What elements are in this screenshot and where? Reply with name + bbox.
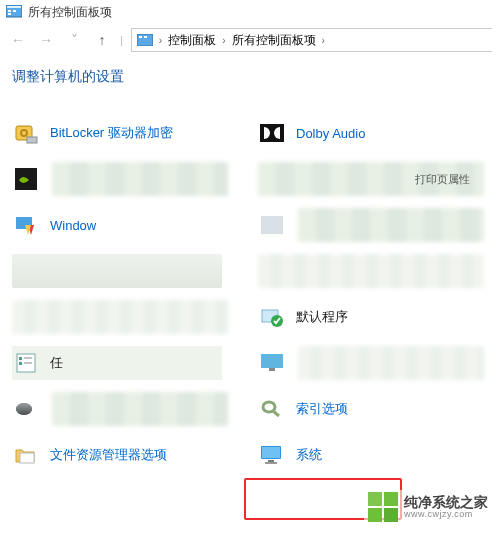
- up-button[interactable]: ↑: [92, 32, 112, 48]
- indexing-icon: [258, 395, 286, 423]
- item-tasks[interactable]: 任: [12, 346, 222, 380]
- item-indexing[interactable]: 索引选项: [258, 392, 478, 426]
- item-blurred[interactable]: [12, 300, 222, 334]
- nav-toolbar: ← → ˅ ↑ | › 控制面板 › 所有控制面板项 ›: [0, 24, 500, 56]
- chevron-right-icon: ›: [322, 35, 325, 46]
- display-icon: [258, 349, 286, 377]
- back-button[interactable]: ←: [8, 32, 28, 48]
- item-bitlocker[interactable]: BitLocker 驱动器加密: [12, 116, 222, 150]
- item-blurred[interactable]: [258, 346, 478, 380]
- bitlocker-icon: [12, 119, 40, 147]
- svg-rect-23: [261, 354, 283, 368]
- item-label: Window: [50, 218, 96, 233]
- address-bar[interactable]: › 控制面板 › 所有控制面板项 ›: [131, 28, 492, 52]
- item-blurred[interactable]: [12, 254, 222, 288]
- item-label: 默认程序: [296, 308, 348, 326]
- svg-rect-27: [262, 447, 280, 458]
- item-label: Dolby Audio: [296, 126, 365, 141]
- svg-rect-15: [19, 362, 22, 365]
- watermark-logo-icon: [368, 492, 398, 522]
- nvidia-icon: [12, 165, 40, 193]
- item-system[interactable]: 系统: [258, 438, 478, 472]
- item-blurred[interactable]: [258, 208, 478, 242]
- breadcrumb-current[interactable]: 所有控制面板项: [232, 32, 316, 49]
- item-blurred[interactable]: 打印页属性: [258, 162, 478, 196]
- svg-point-25: [263, 402, 275, 412]
- generic-icon: [258, 211, 286, 239]
- item-default-programs[interactable]: 默认程序: [258, 300, 478, 334]
- svg-rect-2: [8, 10, 11, 12]
- svg-point-17: [16, 403, 32, 415]
- page-title: 调整计算机的设置: [12, 68, 488, 86]
- items-grid: BitLocker 驱动器加密 Window 任: [0, 86, 500, 472]
- svg-rect-1: [7, 6, 21, 8]
- default-programs-icon: [258, 303, 286, 331]
- watermark-url: www.cwjzy.com: [404, 510, 488, 519]
- svg-rect-24: [269, 368, 275, 371]
- windows-security-icon: [12, 211, 40, 239]
- item-label: 任: [50, 354, 63, 372]
- item-label: 索引选项: [296, 400, 348, 418]
- mouse-icon: [12, 395, 40, 423]
- recent-dropdown[interactable]: ˅: [64, 32, 84, 48]
- title-bar: 所有控制面板项: [0, 0, 500, 24]
- watermark: 纯净系统之家 www.cwjzy.com: [364, 490, 492, 524]
- svg-rect-18: [20, 453, 34, 463]
- chevron-right-icon: ›: [159, 35, 162, 46]
- svg-rect-29: [265, 462, 277, 464]
- svg-rect-6: [139, 36, 142, 38]
- window-title: 所有控制面板项: [28, 4, 112, 21]
- svg-rect-4: [8, 13, 11, 15]
- item-blurred[interactable]: [258, 254, 478, 288]
- item-dolby[interactable]: Dolby Audio: [258, 116, 478, 150]
- svg-rect-20: [261, 216, 283, 234]
- item-label: 系统: [296, 446, 322, 464]
- svg-rect-10: [27, 137, 37, 143]
- svg-rect-3: [13, 10, 16, 12]
- svg-rect-14: [19, 357, 22, 360]
- item-mouse[interactable]: [12, 392, 222, 426]
- page-header: 调整计算机的设置: [0, 56, 500, 86]
- item-label: 文件资源管理器选项: [50, 446, 167, 464]
- svg-rect-19: [260, 124, 284, 142]
- svg-rect-7: [144, 36, 147, 38]
- control-panel-icon: [6, 4, 22, 20]
- item-blurred[interactable]: [12, 162, 222, 196]
- control-panel-icon: [137, 33, 153, 47]
- taskbar-icon: [12, 349, 40, 377]
- dolby-icon: [258, 119, 286, 147]
- item-label: BitLocker 驱动器加密: [50, 124, 173, 142]
- system-icon: [258, 441, 286, 469]
- item-windows[interactable]: Window: [12, 208, 222, 242]
- forward-button[interactable]: →: [36, 32, 56, 48]
- svg-rect-28: [268, 460, 274, 462]
- svg-rect-5: [137, 34, 153, 46]
- chevron-right-icon: ›: [222, 35, 225, 46]
- watermark-name: 纯净系统之家: [404, 495, 488, 510]
- breadcrumb-root[interactable]: 控制面板: [168, 32, 216, 49]
- folder-options-icon: [12, 441, 40, 469]
- item-explorer-options[interactable]: 文件资源管理器选项: [12, 438, 222, 472]
- item-hint: 打印页属性: [415, 172, 470, 187]
